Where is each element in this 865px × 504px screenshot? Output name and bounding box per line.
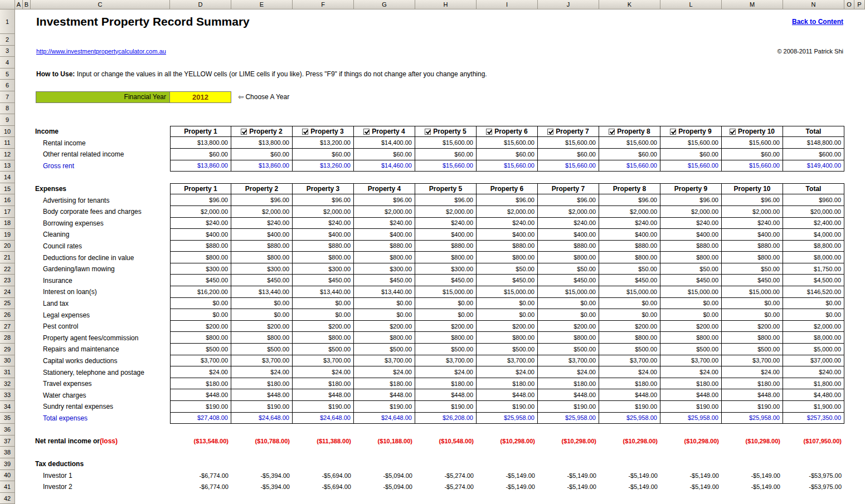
cell-H18[interactable]: $240.00: [415, 218, 477, 229]
cell-F28[interactable]: $800.00: [293, 332, 354, 344]
cell-N11[interactable]: $148,800.00: [783, 137, 844, 149]
cell-L31[interactable]: $24.00: [660, 366, 722, 378]
cell-E37[interactable]: ($10,788.00): [231, 436, 293, 447]
cell-I32[interactable]: $180.00: [477, 378, 538, 390]
cell-E18[interactable]: $240.00: [231, 218, 293, 229]
cell-E23[interactable]: $450.00: [231, 275, 293, 286]
cell-G27[interactable]: $200.00: [354, 321, 415, 332]
cell-H13[interactable]: $15,660.00: [415, 160, 477, 172]
cell-H11[interactable]: $15,600.00: [415, 137, 477, 149]
cell-L22[interactable]: $50.00: [660, 263, 722, 275]
cell-G40[interactable]: -$5,094.00: [354, 470, 415, 482]
cell-J37[interactable]: ($10,298.00): [538, 436, 599, 447]
column-header-expenses-6[interactable]: Property 7: [538, 183, 599, 195]
cell-D21[interactable]: $800.00: [170, 252, 231, 263]
cell-K30[interactable]: $3,700.00: [599, 355, 660, 367]
cell-J34[interactable]: $190.00: [538, 401, 599, 413]
cell-E21[interactable]: $800.00: [231, 252, 293, 263]
cell-E40[interactable]: -$5,394.00: [231, 470, 293, 482]
cell-M32[interactable]: $180.00: [722, 378, 783, 390]
cell-L34[interactable]: $190.00: [660, 401, 722, 413]
cell-E13[interactable]: $13,860.00: [231, 160, 293, 172]
row-header-23[interactable]: 23: [0, 275, 15, 286]
column-header-expenses-8[interactable]: Property 9: [660, 183, 722, 195]
cell-L27[interactable]: $200.00: [660, 321, 722, 332]
cell-E32[interactable]: $180.00: [231, 378, 293, 390]
row-header-39[interactable]: 39: [0, 458, 15, 470]
select-all-corner[interactable]: [0, 0, 15, 9]
cell-J32[interactable]: $180.00: [538, 378, 599, 390]
cell-M37[interactable]: ($10,298.00): [722, 436, 783, 447]
checkbox-checked-icon[interactable]: [670, 129, 676, 135]
cell-I24[interactable]: $15,000.00: [477, 286, 538, 298]
cell-F30[interactable]: $3,700.00: [293, 355, 354, 367]
cell-D22[interactable]: $300.00: [170, 263, 231, 275]
column-header-income-3[interactable]: Property 4: [354, 126, 415, 138]
column-header-D[interactable]: D: [170, 0, 231, 9]
cell-J11[interactable]: $15,600.00: [538, 137, 599, 149]
cell-G32[interactable]: $180.00: [354, 378, 415, 390]
cell-H32[interactable]: $180.00: [415, 378, 477, 390]
cell-C12[interactable]: Other rental related income: [15, 149, 170, 160]
cell-M16[interactable]: $96.00: [722, 194, 783, 206]
cell-N35[interactable]: $257,350.00: [783, 413, 844, 424]
cell-K20[interactable]: $880.00: [599, 241, 660, 252]
cell-C26[interactable]: Legal expenses: [15, 309, 170, 321]
cell-J28[interactable]: $800.00: [538, 332, 599, 344]
cell-I33[interactable]: $448.00: [477, 389, 538, 401]
cell-J19[interactable]: $400.00: [538, 229, 599, 241]
cell-J27[interactable]: $200.00: [538, 321, 599, 332]
column-header-income-10[interactable]: Total: [783, 126, 844, 138]
row-header-35[interactable]: 35: [0, 413, 15, 424]
cell-K21[interactable]: $800.00: [599, 252, 660, 263]
cell-D32[interactable]: $180.00: [170, 378, 231, 390]
cell-M20[interactable]: $880.00: [722, 241, 783, 252]
cell-I11[interactable]: $15,600.00: [477, 137, 538, 149]
cell-F41[interactable]: -$5,694.00: [293, 481, 354, 493]
cell-D33[interactable]: $448.00: [170, 389, 231, 401]
cell-C34[interactable]: Sundry rental expenses: [15, 401, 170, 413]
cell-G19[interactable]: $400.00: [354, 229, 415, 241]
cell-L23[interactable]: $450.00: [660, 275, 722, 286]
cell-I41[interactable]: -$5,149.00: [477, 481, 538, 493]
cell-M21[interactable]: $800.00: [722, 252, 783, 263]
cell-M34[interactable]: $190.00: [722, 401, 783, 413]
cell-N17[interactable]: $20,000.00: [783, 206, 844, 218]
cell-N34[interactable]: $1,900.00: [783, 401, 844, 413]
cell-F18[interactable]: $240.00: [293, 218, 354, 229]
cell-K32[interactable]: $180.00: [599, 378, 660, 390]
cell-C32[interactable]: Travel expenses: [15, 378, 170, 390]
row-header-6[interactable]: 6: [0, 80, 15, 91]
cell-D27[interactable]: $200.00: [170, 321, 231, 332]
cell-E35[interactable]: $24,648.00: [231, 413, 293, 424]
cell-F25[interactable]: $0.00: [293, 298, 354, 310]
column-header-income-0[interactable]: Property 1: [170, 126, 231, 138]
cell-G25[interactable]: $0.00: [354, 298, 415, 310]
row-header-14[interactable]: 14: [0, 172, 15, 183]
cell-L33[interactable]: $448.00: [660, 389, 722, 401]
cell-M40[interactable]: -$5,149.00: [722, 470, 783, 482]
row-header-32[interactable]: 32: [0, 378, 15, 390]
cell-L13[interactable]: $15,660.00: [660, 160, 722, 172]
cell-F21[interactable]: $800.00: [293, 252, 354, 263]
cell-I25[interactable]: $0.00: [477, 298, 538, 310]
cell-E11[interactable]: $13,800.00: [231, 137, 293, 149]
cell-K22[interactable]: $50.00: [599, 263, 660, 275]
cell-E29[interactable]: $500.00: [231, 344, 293, 355]
cell-D34[interactable]: $190.00: [170, 401, 231, 413]
column-header-income-8[interactable]: Property 9: [660, 126, 722, 138]
cell-C25[interactable]: Land tax: [15, 298, 170, 310]
column-header-P[interactable]: P: [854, 0, 865, 9]
cell-I18[interactable]: $240.00: [477, 218, 538, 229]
cell-E41[interactable]: -$5,394.00: [231, 481, 293, 493]
checkbox-checked-icon[interactable]: [425, 129, 431, 135]
cell-M30[interactable]: $3,700.00: [722, 355, 783, 367]
cell-I20[interactable]: $880.00: [477, 241, 538, 252]
cell-G17[interactable]: $2,000.00: [354, 206, 415, 218]
column-header-G[interactable]: G: [354, 0, 415, 9]
cell-I23[interactable]: $450.00: [477, 275, 538, 286]
cell-M25[interactable]: $0.00: [722, 298, 783, 310]
column-header-L[interactable]: L: [660, 0, 722, 9]
cell-F17[interactable]: $2,000.00: [293, 206, 354, 218]
cell-D24[interactable]: $16,200.00: [170, 286, 231, 298]
